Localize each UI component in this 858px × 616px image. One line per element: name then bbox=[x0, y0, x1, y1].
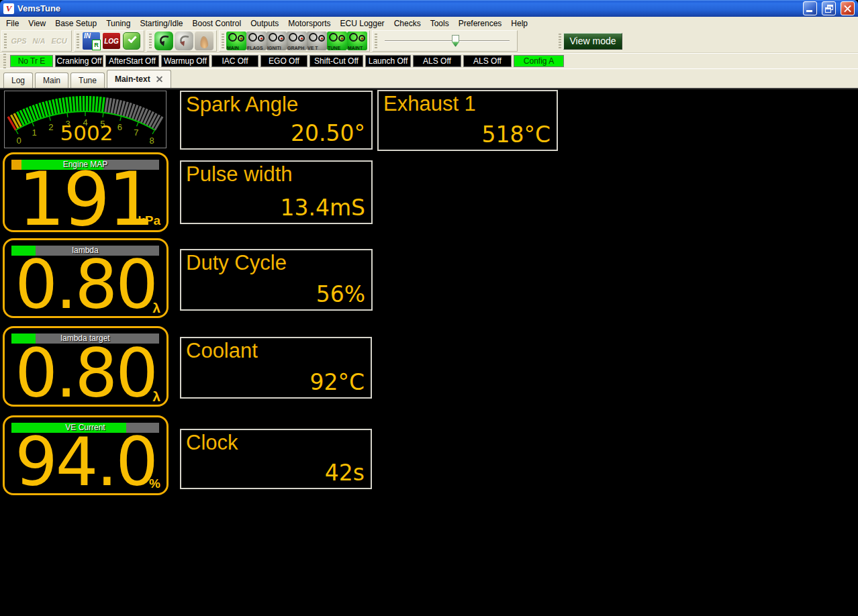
ecu-read-button bbox=[174, 32, 194, 50]
read-icon bbox=[175, 32, 193, 50]
restore-button[interactable] bbox=[822, 1, 836, 15]
view-main-button[interactable]: MAIN bbox=[226, 32, 246, 50]
status-config[interactable]: Config A bbox=[514, 55, 564, 67]
menu-boost-control[interactable]: Boost Control bbox=[187, 17, 246, 30]
gauge-bar-label: VE Current bbox=[11, 423, 159, 433]
view-flags-button[interactable]: FLAGS bbox=[246, 32, 267, 50]
rpm-gauge: 0123456785002 bbox=[4, 91, 166, 148]
gauge-bar: lambda bbox=[11, 246, 159, 256]
input-record-button[interactable]: IN R bbox=[81, 32, 101, 50]
slider-track[interactable] bbox=[385, 40, 510, 42]
status-als-2[interactable]: ALS Off bbox=[463, 55, 512, 67]
gauge-value: 94.0 bbox=[6, 433, 165, 492]
view-tune-button[interactable]: TUNE bbox=[327, 32, 347, 50]
view-main-text-button[interactable]: MAINT bbox=[347, 32, 367, 50]
status-ego[interactable]: EGO Off bbox=[260, 55, 307, 67]
window-title: VemsTune bbox=[17, 3, 798, 13]
status-warmup[interactable]: Warmup Off bbox=[161, 55, 209, 67]
tab-tune[interactable]: Tune bbox=[70, 72, 105, 88]
status-trigger[interactable]: No Tr E bbox=[10, 55, 53, 67]
menu-file[interactable]: File bbox=[1, 17, 23, 30]
gauge-value: 42s bbox=[325, 460, 365, 486]
menu-preferences[interactable]: Preferences bbox=[454, 17, 507, 30]
toolbar-group-zoom bbox=[372, 30, 518, 52]
toolbar-grip[interactable] bbox=[222, 34, 224, 48]
gauge-unit: % bbox=[149, 476, 160, 491]
log-button[interactable]: LOG bbox=[101, 32, 122, 50]
ecu-burn-button bbox=[194, 32, 214, 50]
toolbar-grip[interactable] bbox=[375, 34, 377, 48]
menu-help[interactable]: Help bbox=[506, 17, 532, 30]
status-afterstart[interactable]: AfterStart Off bbox=[105, 55, 159, 67]
view-ignition-button[interactable]: IGNITI bbox=[267, 32, 287, 50]
toolbar-grip[interactable] bbox=[149, 34, 152, 48]
validate-button[interactable] bbox=[122, 32, 142, 50]
svg-text:0: 0 bbox=[16, 136, 21, 146]
gauge-bar-label: lambda bbox=[11, 246, 159, 256]
status-iac[interactable]: IAC Off bbox=[211, 55, 258, 67]
menu-outputs[interactable]: Outputs bbox=[246, 17, 283, 30]
status-als-1[interactable]: ALS Off bbox=[413, 55, 461, 67]
minimize-icon bbox=[806, 10, 812, 12]
textgauge-duty-cycle: Duty Cycle 56% bbox=[180, 249, 373, 311]
na-button: N/A bbox=[29, 32, 49, 50]
menu-checks[interactable]: Checks bbox=[389, 17, 426, 30]
textgauge-pulse-width: Pulse width 13.4mS bbox=[180, 160, 373, 224]
gauge-lambda-target: lambda target 0.80 λ bbox=[3, 326, 169, 407]
gauge-title: Clock bbox=[186, 431, 238, 455]
gauge-value: 518°C bbox=[481, 121, 551, 148]
svg-text:6: 6 bbox=[117, 122, 122, 132]
svg-text:2: 2 bbox=[48, 122, 53, 132]
menu-starting-idle[interactable]: Starting/Idle bbox=[135, 17, 187, 30]
na-icon: N/A bbox=[33, 37, 46, 45]
checkmark-icon bbox=[123, 32, 140, 50]
menu-base-setup[interactable]: Base Setup bbox=[50, 17, 101, 30]
tab-main-text[interactable]: Main-text bbox=[107, 70, 171, 88]
toolbar-group-logging: IN R LOG bbox=[74, 30, 144, 52]
toolbar-grip[interactable] bbox=[4, 34, 7, 48]
gauge-bar: lambda target bbox=[11, 333, 159, 344]
textgauge-coolant: Coolant 92°C bbox=[180, 337, 372, 399]
view-mode-button[interactable]: View mode bbox=[563, 33, 622, 50]
status-grip[interactable] bbox=[3, 54, 6, 68]
tab-close-icon[interactable] bbox=[156, 75, 163, 83]
gauge-engine-map: Engine MAP 191 kPa bbox=[3, 152, 169, 232]
zoom-slider[interactable] bbox=[385, 34, 510, 48]
svg-text:5002: 5002 bbox=[60, 121, 113, 145]
menu-motorsports[interactable]: Motorsports bbox=[283, 17, 335, 30]
status-shift-cut[interactable]: Shift-Cut Off bbox=[309, 55, 363, 67]
restore-icon bbox=[825, 5, 833, 13]
ecu-button: ECU bbox=[49, 32, 69, 50]
connect-icon bbox=[154, 32, 173, 50]
gauge-lambda: lambda 0.80 λ bbox=[3, 238, 169, 318]
status-launch[interactable]: Launch Off bbox=[365, 55, 411, 67]
menu-tools[interactable]: Tools bbox=[426, 17, 454, 30]
slider-thumb-icon[interactable] bbox=[452, 35, 459, 47]
toolbar-grip[interactable] bbox=[559, 34, 561, 48]
textgauge-spark-angle: Spark Angle 20.50° bbox=[180, 91, 373, 150]
gauge-view-graph-icon: GRAPH bbox=[287, 32, 307, 50]
ecu-connect-button[interactable] bbox=[154, 32, 174, 50]
view-graph-button[interactable]: GRAPH bbox=[287, 32, 307, 50]
tab-main[interactable]: Main bbox=[35, 72, 68, 88]
gauge-view-tune-icon: TUNE bbox=[327, 32, 347, 50]
textgauge-exhaust-1: Exhaust 1 518°C bbox=[377, 90, 558, 151]
tab-bar: Log Main Tune Main-text bbox=[0, 68, 858, 89]
gauge-value: 13.4mS bbox=[280, 195, 365, 221]
menu-view[interactable]: View bbox=[23, 17, 50, 30]
tab-log[interactable]: Log bbox=[3, 72, 33, 88]
menu-ecu-logger[interactable]: ECU Logger bbox=[336, 17, 389, 30]
toolbar-grip[interactable] bbox=[77, 34, 79, 48]
minimize-button[interactable] bbox=[803, 1, 817, 15]
gauge-bar-label: Engine MAP bbox=[11, 160, 159, 170]
close-button[interactable] bbox=[841, 1, 855, 15]
menu-tuning[interactable]: Tuning bbox=[101, 17, 135, 30]
gauge-ve-current: VE Current 94.0 % bbox=[3, 415, 169, 495]
toolbar: GPS N/A ECU IN R LOG bbox=[0, 30, 858, 53]
view-ve-table-button[interactable]: VE T bbox=[307, 32, 327, 50]
gps-icon: GPS bbox=[11, 37, 26, 45]
gauge-value: 0.80 bbox=[6, 256, 165, 315]
status-cranking[interactable]: Cranking Off bbox=[55, 55, 103, 67]
title-bar: V VemsTune bbox=[0, 0, 858, 17]
app-logo-icon: V bbox=[3, 3, 14, 14]
